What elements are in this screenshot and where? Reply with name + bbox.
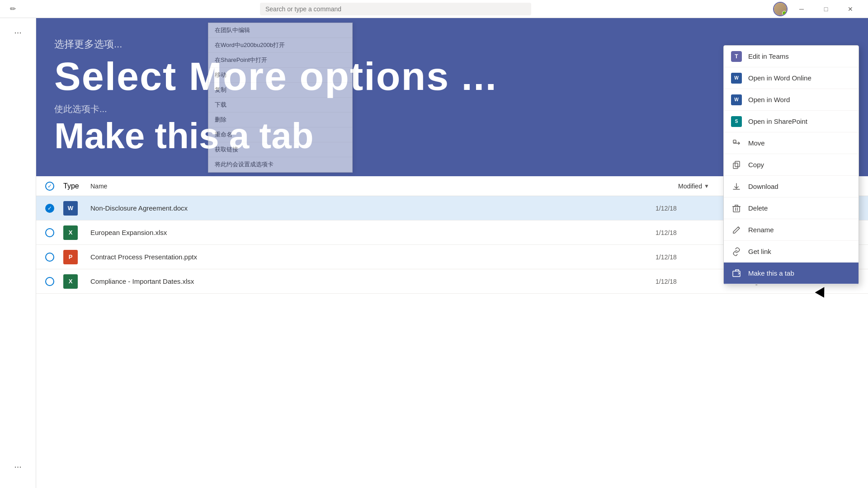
row-checkbox-2[interactable] bbox=[45, 228, 63, 237]
sharepoint-icon: S bbox=[731, 116, 742, 127]
main-content: 选择更多选项... Select More options ... 使此选项卡.… bbox=[36, 18, 868, 488]
title-bar: ✏ ─ □ ✕ bbox=[0, 0, 868, 18]
download-icon bbox=[731, 181, 742, 192]
svg-rect-1 bbox=[733, 163, 738, 169]
row-checkbox-4[interactable] bbox=[45, 277, 63, 286]
header-check-icon[interactable]: ✓ bbox=[45, 182, 54, 191]
sidebar-dots-top[interactable]: ··· bbox=[10, 23, 25, 41]
svg-rect-0 bbox=[733, 140, 736, 143]
bg-ctx-open-word: 在Word中u200bu200b打开 bbox=[208, 38, 352, 53]
sidebar: ··· ··· bbox=[0, 18, 36, 488]
bg-ctx-download: 下载 bbox=[208, 98, 352, 113]
copy-icon bbox=[731, 160, 742, 170]
title-bar-right: ─ □ ✕ bbox=[773, 0, 868, 18]
ctx-move[interactable]: Move bbox=[724, 132, 859, 154]
excel-file-icon-2: X bbox=[63, 274, 78, 289]
bg-ctx-tab: 将此约会设置成选项卡 bbox=[208, 157, 352, 172]
search-bar bbox=[18, 3, 773, 15]
svg-rect-3 bbox=[733, 206, 740, 212]
row-name-2: European Expansion.xlsx bbox=[90, 229, 656, 236]
checkbox-unchecked-icon bbox=[45, 228, 54, 237]
context-menu: T Edit in Teams W Open in Word Online W … bbox=[723, 45, 859, 285]
checkbox-unchecked-icon bbox=[45, 253, 54, 262]
delete-icon bbox=[731, 203, 742, 214]
row-type-2: X bbox=[63, 225, 90, 240]
header-type: Type bbox=[63, 182, 90, 190]
online-status-dot bbox=[782, 11, 787, 15]
ctx-download[interactable]: Download bbox=[724, 176, 859, 197]
minimize-button[interactable]: ─ bbox=[791, 0, 812, 18]
title-bar-left: ✏ bbox=[0, 4, 18, 14]
avatar bbox=[773, 2, 788, 16]
row-type-4: X bbox=[63, 274, 90, 289]
row-name-1: Non-Disclosure Agreement.docx bbox=[90, 204, 656, 212]
ctx-open-word[interactable]: W Open in Word bbox=[724, 89, 859, 111]
ctx-rename[interactable]: Rename bbox=[724, 219, 859, 241]
row-name-4: Compliance - Important Dates.xlsx bbox=[90, 277, 656, 285]
ppt-file-icon: P bbox=[63, 250, 78, 264]
ctx-get-link[interactable]: Get link bbox=[724, 241, 859, 263]
bg-ctx-delete: 删除 bbox=[208, 113, 352, 127]
close-button[interactable]: ✕ bbox=[840, 0, 861, 18]
rename-icon bbox=[731, 225, 742, 235]
row-type-1: W bbox=[63, 201, 90, 216]
ctx-open-sharepoint[interactable]: S Open in SharePoint bbox=[724, 111, 859, 132]
row-name-3: Contract Process Presentation.pptx bbox=[90, 253, 656, 261]
background-context-menu: 在团队中编辑 在Word中u200bu200b打开 在SharePoint中打开… bbox=[208, 23, 353, 173]
bg-ctx-rename: 重命名 bbox=[208, 127, 352, 142]
teams-icon: T bbox=[731, 51, 742, 62]
search-input[interactable] bbox=[260, 3, 531, 15]
ctx-make-tab[interactable]: Make this a tab bbox=[724, 263, 859, 284]
checkbox-unchecked-icon bbox=[45, 277, 54, 286]
move-icon bbox=[731, 138, 742, 149]
excel-file-icon: X bbox=[63, 225, 78, 240]
header-checkbox: ✓ bbox=[45, 182, 63, 191]
word-file-icon: W bbox=[63, 201, 78, 216]
header-name[interactable]: Name bbox=[90, 183, 678, 190]
promo-subtitle-chinese: 使此选项卡... bbox=[54, 103, 107, 115]
ctx-open-word-online[interactable]: W Open in Word Online bbox=[724, 67, 859, 89]
ctx-delete[interactable]: Delete bbox=[724, 197, 859, 219]
make-tab-icon bbox=[731, 268, 742, 279]
bg-ctx-move: 移动 bbox=[208, 68, 352, 83]
bg-ctx-copy: 复制 bbox=[208, 83, 352, 98]
row-type-3: P bbox=[63, 250, 90, 264]
promo-chinese-small: 选择更多选项... bbox=[54, 38, 122, 51]
sidebar-dots-bottom[interactable]: ··· bbox=[10, 458, 25, 475]
maximize-button[interactable]: □ bbox=[816, 0, 836, 18]
word-icon: W bbox=[731, 94, 742, 105]
svg-rect-2 bbox=[735, 161, 740, 167]
word-online-icon: W bbox=[731, 73, 742, 84]
bg-ctx-getlink: 获取链接 bbox=[208, 142, 352, 157]
link-icon bbox=[731, 246, 742, 257]
sort-arrow-icon: ▼ bbox=[704, 183, 709, 189]
ctx-copy[interactable]: Copy bbox=[724, 154, 859, 176]
bg-ctx-edit-teams: 在团队中编辑 bbox=[208, 23, 352, 38]
bg-ctx-open-sharepoint: 在SharePoint中打开 bbox=[208, 53, 352, 68]
ctx-edit-in-teams[interactable]: T Edit in Teams bbox=[724, 46, 859, 67]
checkbox-checked-icon: ✓ bbox=[45, 204, 54, 213]
row-checkbox-1[interactable]: ✓ bbox=[45, 204, 63, 213]
edit-icon[interactable]: ✏ bbox=[7, 4, 18, 14]
row-checkbox-3[interactable] bbox=[45, 253, 63, 262]
